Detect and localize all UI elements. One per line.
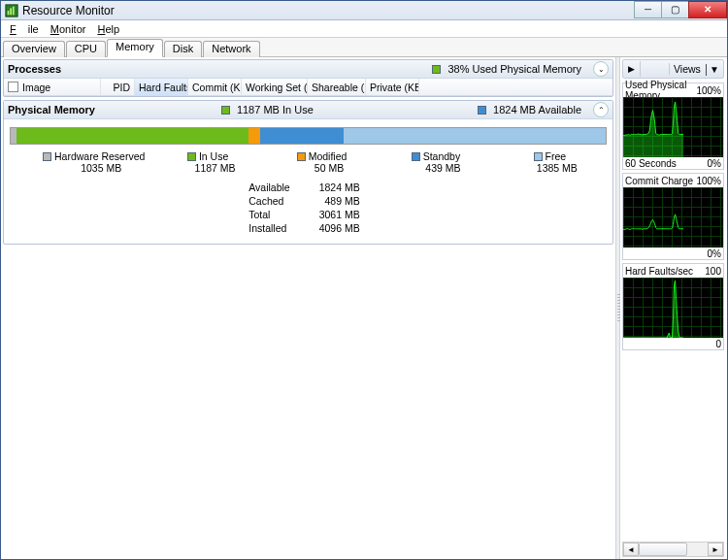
col-hard-faults[interactable]: Hard Faults... bbox=[135, 79, 188, 95]
scroll-left-button[interactable]: ◄ bbox=[623, 543, 639, 556]
charts-pane: ▶ Views│▼ Used Physical Memory100% 60 Se… bbox=[620, 57, 727, 559]
processes-header[interactable]: Processes 38% Used Physical Memory ⌄ bbox=[4, 60, 612, 79]
tab-disk[interactable]: Disk bbox=[164, 41, 202, 57]
scroll-track[interactable] bbox=[639, 543, 708, 556]
processes-summary: 38% Used Physical Memory bbox=[447, 63, 581, 75]
main-pane: Processes 38% Used Physical Memory ⌄ Ima… bbox=[1, 57, 615, 559]
memory-stats: Available1824 MB Cached489 MB Total3061 … bbox=[10, 180, 607, 236]
svg-rect-3 bbox=[13, 6, 15, 15]
tab-bar: Overview CPU Memory Disk Network bbox=[1, 38, 727, 57]
inuse-label: 1187 MB In Use bbox=[237, 104, 314, 115]
col-image[interactable]: Image bbox=[4, 79, 101, 95]
svg-rect-2 bbox=[10, 8, 12, 15]
collapse-icon[interactable]: ⌃ bbox=[593, 102, 609, 117]
inuse-icon bbox=[221, 106, 230, 115]
legend-inuse: In Use1187 MB bbox=[150, 150, 264, 174]
physical-memory-panel: Physical Memory 1187 MB In Use 1824 MB A… bbox=[3, 100, 613, 245]
physical-memory-title: Physical Memory bbox=[8, 104, 95, 115]
physical-memory-header[interactable]: Physical Memory 1187 MB In Use 1824 MB A… bbox=[4, 101, 612, 119]
window-buttons: ─ ▢ ✕ bbox=[634, 1, 727, 19]
col-pid[interactable]: PID bbox=[101, 79, 135, 95]
maximize-button[interactable]: ▢ bbox=[661, 1, 688, 18]
processes-panel: Processes 38% Used Physical Memory ⌄ Ima… bbox=[3, 59, 613, 97]
usage-icon bbox=[432, 65, 441, 74]
chart-commit-charge: Commit Charge100% 0% bbox=[622, 173, 724, 260]
app-icon bbox=[5, 4, 18, 17]
legend-free: Free1385 MB bbox=[493, 150, 607, 174]
collapse-charts-button[interactable]: ▶ bbox=[623, 61, 641, 77]
tab-overview[interactable]: Overview bbox=[3, 41, 65, 57]
charts-toolbar: ▶ Views│▼ bbox=[622, 59, 724, 79]
scroll-thumb[interactable] bbox=[639, 543, 687, 556]
col-commit[interactable]: Commit (KB) bbox=[188, 79, 242, 95]
chart-used-memory: Used Physical Memory100% 60 Seconds0% bbox=[622, 82, 724, 170]
col-spacer bbox=[419, 79, 612, 95]
menu-monitor[interactable]: Monitor bbox=[45, 21, 92, 37]
processes-title: Processes bbox=[8, 63, 61, 75]
legend-mod: Modified50 MB bbox=[265, 150, 379, 174]
avail-icon bbox=[478, 106, 486, 115]
tab-network[interactable]: Network bbox=[203, 41, 259, 57]
legend-stand: Standby439 MB bbox=[379, 150, 492, 174]
svg-rect-1 bbox=[8, 11, 10, 15]
process-columns: Image PID Hard Faults... Commit (KB) Wor… bbox=[4, 79, 612, 96]
tab-cpu[interactable]: CPU bbox=[66, 41, 106, 57]
col-working-set[interactable]: Working Set (K... bbox=[242, 79, 308, 95]
avail-label: 1824 MB Available bbox=[493, 104, 581, 115]
segment-inuse bbox=[17, 128, 248, 144]
tab-memory[interactable]: Memory bbox=[107, 39, 163, 57]
charts-scrollbar[interactable]: ◄ ► bbox=[622, 542, 724, 557]
menu-bar: File Monitor Help bbox=[1, 20, 727, 38]
close-button[interactable]: ✕ bbox=[688, 1, 727, 18]
views-dropdown[interactable]: Views│▼ bbox=[669, 63, 723, 75]
minimize-button[interactable]: ─ bbox=[634, 1, 661, 18]
memory-legend: Hardware Reserved1035 MBIn Use1187 MBMod… bbox=[10, 150, 607, 174]
splitter[interactable] bbox=[615, 57, 620, 559]
scroll-right-button[interactable]: ► bbox=[708, 543, 723, 556]
resource-monitor-window: Resource Monitor ─ ▢ ✕ File Monitor Help… bbox=[0, 0, 728, 560]
titlebar[interactable]: Resource Monitor ─ ▢ ✕ bbox=[1, 1, 727, 20]
chart-hard-faults: Hard Faults/sec100 0 bbox=[622, 263, 724, 350]
legend-hw: Hardware Reserved1035 MB bbox=[37, 150, 150, 174]
segment-free bbox=[344, 128, 606, 144]
memory-bar bbox=[10, 127, 607, 145]
segment-mod bbox=[248, 128, 260, 144]
menu-file[interactable]: File bbox=[4, 21, 45, 37]
col-private[interactable]: Private (KB) bbox=[366, 79, 419, 95]
select-all-checkbox[interactable] bbox=[8, 82, 18, 92]
segment-stand bbox=[260, 128, 344, 144]
menu-help[interactable]: Help bbox=[91, 21, 125, 37]
window-title: Resource Monitor bbox=[22, 4, 634, 17]
col-shareable[interactable]: Shareable (KB) bbox=[308, 79, 366, 95]
collapse-icon[interactable]: ⌄ bbox=[593, 61, 609, 77]
